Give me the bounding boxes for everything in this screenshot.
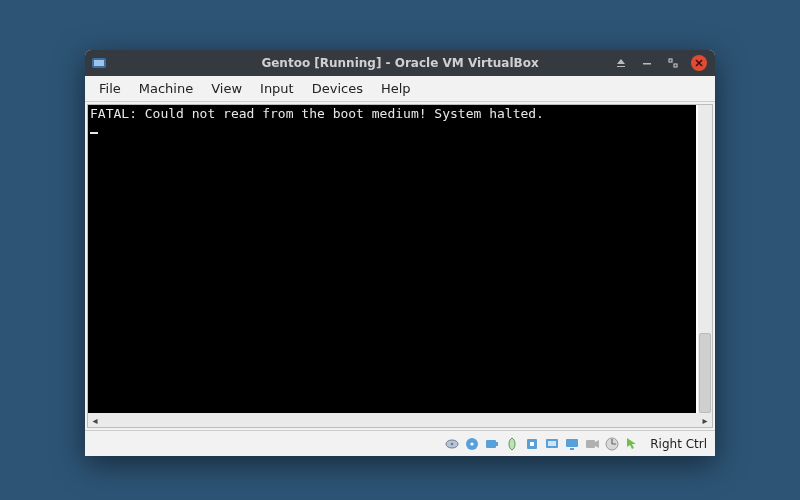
- titlebar[interactable]: Gentoo [Running] - Oracle VM VirtualBox: [85, 50, 715, 76]
- svg-rect-14: [548, 441, 556, 446]
- svg-point-6: [451, 442, 454, 445]
- usb-icon[interactable]: [524, 436, 540, 452]
- window-controls: [613, 55, 715, 71]
- mouse-integration-icon[interactable]: [624, 436, 640, 452]
- optical-disc-icon[interactable]: [464, 436, 480, 452]
- menu-devices[interactable]: Devices: [304, 78, 371, 99]
- hostkey-indicator[interactable]: Right Ctrl: [650, 437, 707, 451]
- eject-icon[interactable]: [613, 55, 629, 71]
- vm-viewport: FATAL: Could not read from the boot medi…: [87, 104, 713, 428]
- maximize-button[interactable]: [665, 55, 681, 71]
- virtualbox-app-icon: [91, 55, 107, 71]
- audio-icon[interactable]: [484, 436, 500, 452]
- vm-display-area: FATAL: Could not read from the boot medi…: [85, 102, 715, 430]
- guest-console[interactable]: FATAL: Could not read from the boot medi…: [88, 105, 696, 413]
- text-cursor: [90, 132, 98, 134]
- menu-machine[interactable]: Machine: [131, 78, 201, 99]
- vertical-scrollbar[interactable]: [698, 105, 712, 413]
- menu-input[interactable]: Input: [252, 78, 302, 99]
- harddisk-icon[interactable]: [444, 436, 460, 452]
- minimize-button[interactable]: [639, 55, 655, 71]
- recording-icon[interactable]: [584, 436, 600, 452]
- svg-rect-16: [570, 448, 574, 450]
- svg-point-8: [471, 442, 474, 445]
- statusbar: Right Ctrl: [85, 430, 715, 456]
- menu-help[interactable]: Help: [373, 78, 419, 99]
- menu-file[interactable]: File: [91, 78, 129, 99]
- console-output-line: FATAL: Could not read from the boot medi…: [90, 106, 544, 121]
- network-icon[interactable]: [504, 436, 520, 452]
- svg-rect-1: [94, 60, 104, 66]
- scroll-right-arrow-icon[interactable]: ▸: [699, 414, 711, 426]
- svg-rect-15: [566, 439, 578, 447]
- menubar: File Machine View Input Devices Help: [85, 76, 715, 102]
- svg-rect-4: [674, 64, 677, 67]
- vertical-scrollbar-thumb[interactable]: [699, 333, 711, 413]
- shared-folder-icon[interactable]: [544, 436, 560, 452]
- svg-rect-10: [496, 442, 498, 446]
- close-button[interactable]: [691, 55, 707, 71]
- svg-rect-17: [586, 440, 595, 448]
- cpu-icon[interactable]: [604, 436, 620, 452]
- scroll-left-arrow-icon[interactable]: ◂: [89, 414, 101, 426]
- display-icon[interactable]: [564, 436, 580, 452]
- svg-rect-12: [530, 442, 534, 446]
- horizontal-scrollbar[interactable]: ◂ ▸: [88, 413, 712, 427]
- virtualbox-window: Gentoo [Running] - Oracle VM VirtualBox …: [85, 50, 715, 456]
- svg-rect-2: [643, 63, 651, 65]
- svg-rect-3: [669, 59, 672, 62]
- svg-rect-9: [486, 440, 496, 448]
- menu-view[interactable]: View: [203, 78, 250, 99]
